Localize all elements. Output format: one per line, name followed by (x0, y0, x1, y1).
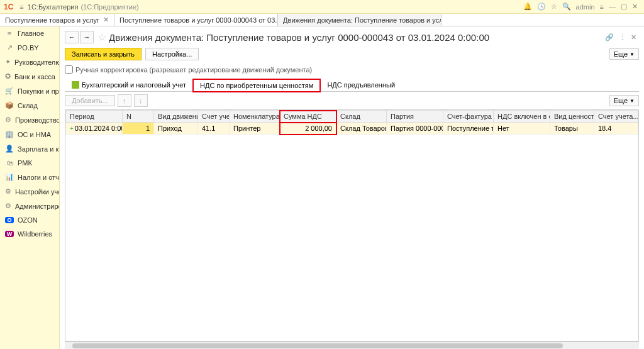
sidebar-icon: O (5, 217, 14, 223)
manual-correction-checkbox[interactable] (65, 65, 73, 74)
sidebar-icon: ✦ (5, 58, 11, 66)
tab-1[interactable]: Поступление товаров и услуг 0000-000043 … (114, 14, 278, 26)
sidebar-item-10[interactable]: 📊Налоги и отчетность (0, 170, 59, 184)
sidebar-item-1[interactable]: ↗PO.BY (0, 40, 59, 55)
column-header[interactable]: Партия (387, 111, 443, 123)
sidebar-label: Настройки учета (15, 188, 60, 196)
sidebar-icon: 📦 (5, 101, 14, 109)
menu-icon[interactable]: ⋮ (619, 33, 626, 42)
history-icon[interactable]: 🕓 (537, 3, 546, 11)
column-header[interactable]: Вид ценности (550, 111, 594, 123)
app-logo: 1C (4, 3, 13, 11)
column-header[interactable]: Период (66, 111, 123, 123)
sidebar-item-8[interactable]: 👤Зарплата и кадры (0, 141, 59, 156)
plus-icon: + (70, 125, 74, 132)
sidebar-label: Wildberries (18, 230, 52, 238)
table-more-button[interactable]: Еще▼ (609, 95, 639, 106)
sidebar-icon: ⚙ (5, 202, 11, 210)
sidebar-label: Руководителю (14, 58, 60, 66)
column-header[interactable]: N (123, 111, 154, 123)
sidebar-item-5[interactable]: 📦Склад (0, 98, 59, 113)
add-button: Добавить... (65, 95, 115, 106)
search-icon[interactable]: 🔍 (562, 3, 571, 11)
close-icon[interactable]: ✕ (103, 16, 109, 24)
nav-forward-button[interactable]: → (80, 31, 94, 43)
more-button[interactable]: Еще▼ (609, 48, 639, 60)
tab-0[interactable]: Поступление товаров и услуг✕ (0, 14, 114, 26)
ledger-icon (72, 81, 79, 89)
movements-table[interactable]: ПериодNВид движенияСчет учетаНоменклатур… (65, 109, 639, 341)
sidebar-item-9[interactable]: 🛍РМК (0, 156, 59, 170)
sidebar-label: ОС и НМА (18, 131, 51, 138)
document-tabs: Поступление товаров и услуг✕ Поступление… (0, 14, 644, 26)
move-down-button: ↓ (134, 94, 148, 107)
sidebar-label: PO.BY (18, 44, 39, 52)
setup-button[interactable]: Настройка... (145, 48, 199, 60)
bell-icon[interactable]: 🔔 (523, 3, 532, 11)
sidebar-item-14[interactable]: WWildberries (0, 227, 59, 241)
app-subtitle: (1С:Предприятие) (80, 3, 138, 11)
close-page-icon[interactable]: ✕ (631, 33, 636, 42)
minimize-icon[interactable]: — (609, 3, 616, 11)
column-header[interactable]: Склад (336, 111, 387, 123)
user-label[interactable]: admin (576, 3, 595, 11)
sidebar-icon: W (5, 231, 14, 237)
sidebar-label: Зарплата и кадры (18, 145, 60, 153)
column-header[interactable]: Счет-фактура (443, 111, 494, 123)
settings-icon[interactable]: ≡ (600, 3, 604, 11)
sidebar-item-12[interactable]: ⚙Администрирование (0, 199, 59, 213)
column-header[interactable]: Счет учета... (594, 111, 638, 123)
nav-back-button[interactable]: ← (65, 31, 79, 43)
close-icon[interactable]: ✕ (632, 3, 638, 11)
sidebar-label: Главное (18, 30, 44, 37)
sidebar-item-11[interactable]: ⚙Настройки учета (0, 184, 59, 199)
sidebar-label: Склад (18, 102, 38, 109)
favorite-icon[interactable]: ☆ (97, 31, 106, 43)
column-header[interactable]: Номенклатура (230, 111, 280, 123)
page-title: Движения документа: Поступление товаров … (109, 32, 489, 43)
sidebar-item-0[interactable]: ≡Главное (0, 26, 59, 40)
sidebar-label: Банк и касса (14, 73, 55, 80)
register-tabs: Бухгалтерский и налоговый учет НДС по пр… (65, 79, 639, 92)
titlebar: 1C ≡ 1С:Бухгалтерия (1С:Предприятие) 🔔 🕓… (0, 0, 644, 14)
sidebar-item-13[interactable]: OOZON (0, 213, 59, 227)
reg-tab-accounting[interactable]: Бухгалтерский и налоговый учет (65, 79, 193, 91)
sidebar-icon: 👤 (5, 145, 14, 153)
link-icon[interactable]: 🔗 (605, 33, 614, 42)
sidebar-icon: 🛒 (5, 87, 14, 95)
sidebar-item-7[interactable]: 🏢ОС и НМА (0, 127, 59, 141)
sidebar-icon: 🏢 (5, 130, 14, 138)
sidebar-icon: 📊 (5, 173, 14, 181)
sidebar-label: Покупки и продажи (18, 87, 60, 95)
column-header[interactable]: Вид движения (154, 111, 198, 123)
reg-tab-vat-purchased[interactable]: НДС по приобретенным ценностям (193, 79, 320, 92)
move-up-button: ↑ (118, 94, 131, 107)
maximize-icon[interactable]: ▢ (621, 3, 627, 11)
manual-correction-label: Ручная корректировка (разрешает редактир… (75, 66, 312, 74)
sidebar-item-4[interactable]: 🛒Покупки и продажи (0, 84, 59, 98)
table-row[interactable]: +03.01.2024 0:00:00 1 Приход 41.1 Принте… (66, 123, 638, 135)
sidebar-item-2[interactable]: ✦Руководителю (0, 55, 59, 69)
reg-tab-vat-presented[interactable]: НДС предъявленный (320, 79, 402, 91)
sidebar-icon: ⚙ (5, 116, 11, 124)
sidebar-icon: ≡ (5, 30, 14, 37)
sidebar-label: Производство (15, 116, 60, 124)
tab-2[interactable]: Движения документа: Поступление товаров … (278, 14, 441, 26)
sidebar-label: OZON (18, 216, 38, 224)
sidebar-item-3[interactable]: ✪Банк и касса (0, 69, 59, 84)
sidebar-icon: 🛍 (5, 159, 14, 167)
sidebar-label: Администрирование (15, 202, 60, 210)
star-icon[interactable]: ☆ (551, 3, 557, 11)
column-header[interactable]: Сумма НДС (280, 111, 336, 123)
sidebar-label: РМК (18, 159, 32, 167)
hamburger-icon[interactable]: ≡ (19, 3, 23, 11)
column-header[interactable]: Счет учета (198, 111, 230, 123)
sidebar: ≡Главное↗PO.BY✦Руководителю✪Банк и касса… (0, 26, 60, 349)
horizontal-scrollbar[interactable] (65, 341, 639, 349)
sidebar-icon: ⚙ (5, 187, 11, 196)
column-header[interactable]: НДС включен в стоимость (494, 111, 550, 123)
sidebar-icon: ↗ (5, 43, 14, 52)
sidebar-label: Налоги и отчетность (18, 174, 60, 181)
save-and-close-button[interactable]: Записать и закрыть (65, 48, 142, 60)
sidebar-item-6[interactable]: ⚙Производство (0, 113, 59, 127)
